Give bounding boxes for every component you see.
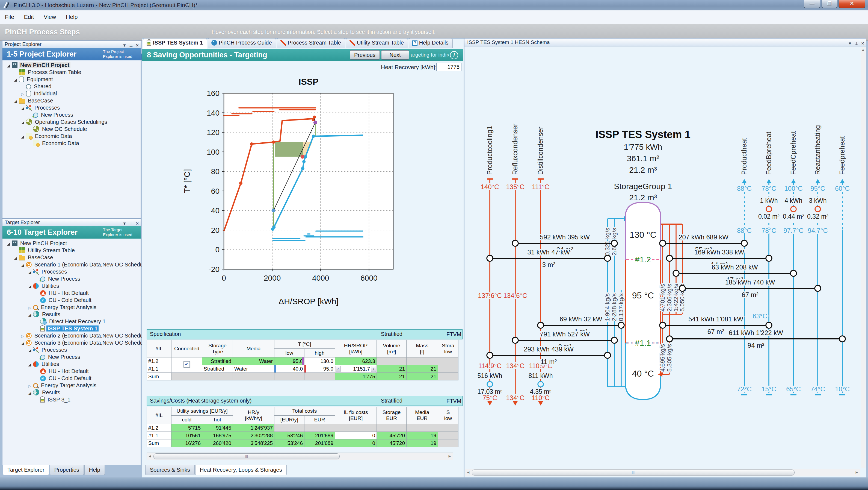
scroll-left-arrow[interactable]: ◄ [148, 454, 152, 459]
left-tab-help[interactable]: Help [84, 465, 105, 475]
project-tree-item[interactable]: ◢New PinCH Project [3, 61, 140, 68]
project-tree-item[interactable]: ◢Operating Cases Schedulings [3, 118, 140, 125]
target-tree-item[interactable]: HU - Hot Default [3, 368, 140, 375]
target-tree-item[interactable]: CU - Cold Default [3, 375, 140, 382]
expander-open[interactable]: ◢ [20, 119, 26, 126]
expander-open[interactable]: ◢ [20, 340, 26, 347]
bottom-tab-sources-sinks[interactable]: Sources & Sinks [145, 465, 195, 475]
expander-open[interactable]: ◢ [12, 97, 19, 105]
scroll-right-arrow[interactable]: ► [854, 470, 859, 475]
next-button[interactable]: Next [381, 50, 409, 60]
heat-recovery-input[interactable]: 1775 [436, 63, 461, 71]
cell-t-low[interactable]: 40.0 [274, 365, 305, 373]
project-tree-item[interactable]: New OC Schedule [3, 125, 140, 133]
tab-pinch-process-guide[interactable]: PinCH Process Guide [208, 38, 276, 48]
scroll-thumb[interactable] [153, 453, 340, 459]
cell-t-high[interactable]: 130.0 [305, 357, 335, 365]
menu-view[interactable]: View [39, 10, 61, 20]
expander-closed[interactable]: ▷ [27, 304, 33, 311]
cell-media[interactable]: Water [233, 365, 274, 373]
dropdown-icon[interactable]: ▼ [848, 41, 852, 46]
target-tree-item[interactable]: ◢Processes [3, 268, 140, 275]
close-icon[interactable]: ✕ [135, 43, 139, 48]
cell-hrsrop[interactable]: 1'151.7‹› [335, 365, 377, 373]
pin-icon[interactable]: ⊥ [855, 41, 858, 46]
expander-open[interactable]: ◢ [27, 361, 33, 368]
info-icon[interactable]: i [450, 51, 458, 59]
target-tree-item[interactable]: ◢Scenario 1 (Economic Data,New OC Schedu… [3, 261, 140, 268]
previous-button[interactable]: Previous [350, 50, 380, 60]
expander-closed[interactable]: ▷ [20, 333, 26, 340]
project-tree-item[interactable]: ◢Equipment [3, 76, 140, 83]
project-tree-item[interactable]: ▷Individual [3, 90, 140, 97]
target-tree-item[interactable]: ◢Utilities [3, 282, 140, 289]
project-tree-item[interactable]: ◢BaseCase [3, 97, 140, 104]
expander-closed[interactable]: ▷ [27, 382, 33, 390]
center-hscrollbar[interactable]: ◄ ► [147, 453, 453, 460]
close-icon[interactable]: ✕ [135, 221, 139, 226]
spin-down[interactable]: ‹ [336, 366, 340, 372]
expander-open[interactable]: ◢ [27, 347, 33, 354]
pin-icon[interactable]: ⊥ [129, 221, 133, 226]
dropdown-icon[interactable]: ▼ [122, 43, 126, 48]
project-tree-item[interactable]: ◢Economic Data [3, 133, 140, 140]
scroll-thumb[interactable] [472, 469, 795, 475]
expander-open[interactable]: ◢ [27, 311, 33, 318]
tab-help-details[interactable]: Help Details [409, 38, 453, 48]
project-tree-item[interactable]: Shared [3, 83, 140, 90]
target-tree-item[interactable]: ▷Energy Target Analysis [3, 304, 140, 311]
target-tree-item[interactable]: New Process [3, 275, 140, 282]
target-tree-item[interactable]: HU - Hot Default [3, 289, 140, 296]
project-tree-item[interactable]: New Process [3, 111, 140, 118]
target-tree-item[interactable]: CU - Cold Default [3, 296, 140, 304]
left-tab-target-explorer[interactable]: Target Explorer [3, 465, 49, 475]
scroll-right-arrow[interactable]: ► [447, 454, 452, 459]
target-tree-item[interactable]: New Process [3, 353, 140, 361]
minimize-button[interactable]: — [804, 0, 820, 8]
target-tree-item[interactable]: ◢Results [3, 311, 140, 318]
cell-storage[interactable]: Stratified [202, 365, 233, 373]
expander-open[interactable]: ◢ [27, 269, 33, 276]
target-tree-item[interactable]: ISSP TES System 1 [3, 325, 140, 332]
target-tree-item[interactable]: ◢Results [3, 389, 140, 396]
expander-closed[interactable]: ▷ [20, 90, 26, 97]
connected-checkbox[interactable]: ✔ [184, 361, 190, 368]
expander-open[interactable]: ◢ [27, 283, 33, 290]
maximize-button[interactable]: ❐ [822, 0, 837, 8]
menu-edit[interactable]: Edit [19, 10, 39, 20]
close-icon[interactable]: ✕ [861, 41, 864, 46]
menu-file[interactable]: File [0, 10, 19, 20]
project-tree-item[interactable]: Process Stream Table [3, 68, 140, 76]
cell-il-fix[interactable]: 0 [335, 432, 377, 439]
expander-open[interactable]: ◢ [20, 133, 26, 140]
target-tree-item[interactable]: ISSP 3_1 [3, 396, 140, 403]
target-tree-item[interactable]: ◢Utilities [3, 361, 140, 368]
cell-t-high[interactable]: 95.0 [305, 365, 335, 373]
dropdown-icon[interactable]: ▼ [122, 221, 126, 226]
spin-up[interactable]: › [371, 366, 376, 372]
tab-utility-stream-table[interactable]: Utility Stream Table [346, 38, 408, 48]
expander-open[interactable]: ◢ [5, 62, 12, 69]
project-tree-item[interactable]: ◢Processes [3, 104, 140, 111]
bottom-tab-heat-recovery-loops-storages[interactable]: Heat Recovery, Loops & Storages [195, 465, 287, 475]
target-tree-item[interactable]: ▷Energy Target Analysis [3, 382, 140, 389]
target-tree-item[interactable]: ▷Scenario 2 (Economic Data,New OC Schedu… [3, 332, 140, 339]
target-tree-item[interactable]: Utility Stream Table [3, 247, 140, 254]
tab-issp-tes-system-1[interactable]: ISSP TES System 1 [143, 38, 207, 49]
close-button[interactable]: ✕ [838, 0, 865, 8]
project-tree-item[interactable]: Economic Data [3, 140, 140, 147]
expander-open[interactable]: ◢ [5, 240, 12, 247]
left-tab-properties[interactable]: Properties [50, 465, 84, 475]
expander-open[interactable]: ◢ [20, 105, 26, 112]
target-tree-item[interactable]: ◢New PinCH Project [3, 240, 140, 247]
target-tree-item[interactable]: ◢Scenario 3 (Economic Data,New OC Schedu… [3, 339, 140, 346]
target-tree-item[interactable]: Direct Heat Recovery 1 [3, 318, 140, 325]
target-tree-item[interactable]: ◢BaseCase [3, 254, 140, 261]
expander-open[interactable]: ◢ [12, 76, 19, 83]
menu-help[interactable]: Help [61, 10, 83, 20]
tab-process-stream-table[interactable]: Process Stream Table [277, 38, 345, 48]
expander-open[interactable]: ◢ [12, 254, 19, 262]
pin-icon[interactable]: ⊥ [129, 43, 133, 48]
target-tree-item[interactable]: ◢Processes [3, 346, 140, 353]
expander-open[interactable]: ◢ [27, 390, 33, 397]
